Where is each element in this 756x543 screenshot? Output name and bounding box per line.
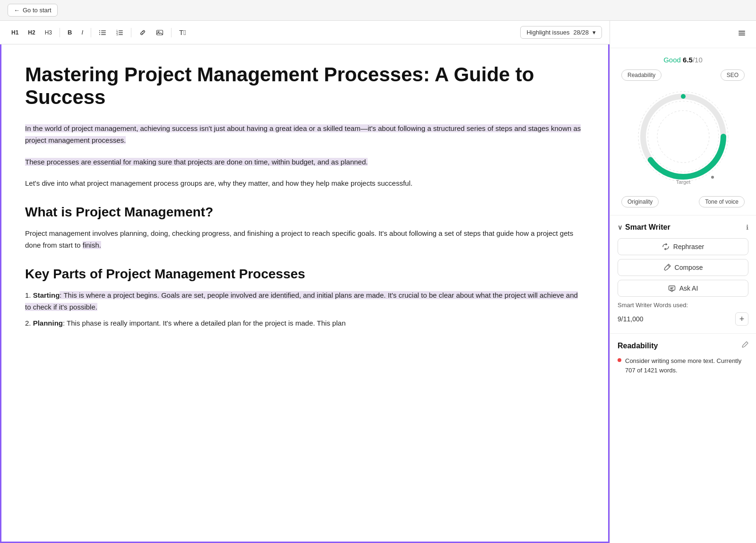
heading-what-is-pm: What is Project Management?	[25, 205, 584, 220]
svg-rect-4	[99, 34, 100, 35]
words-count-value: 9	[618, 315, 621, 323]
divider-2	[91, 28, 91, 37]
toolbar: H1 H2 H3 B I 1. 2	[0, 21, 610, 44]
svg-point-17	[638, 92, 728, 181]
paragraph-2: These processes are essential for making…	[25, 156, 584, 168]
rephraser-label: Rephraser	[673, 243, 704, 250]
add-words-button[interactable]: +	[735, 312, 748, 326]
italic-button[interactable]: I	[77, 26, 87, 38]
h1-button[interactable]: H1	[8, 27, 22, 38]
ordered-list-button[interactable]: 1. 2. 3.	[112, 26, 127, 39]
go-to-start-label: Go to start	[23, 7, 52, 14]
svg-point-22	[681, 94, 686, 99]
svg-rect-2	[99, 32, 100, 33]
svg-rect-3	[101, 32, 106, 33]
document-title: Mastering Project Management Processes: …	[25, 63, 584, 109]
paragraph-3: Let's dive into what project management …	[25, 177, 584, 190]
highlight-label: Highlight issues	[526, 29, 569, 36]
editor-content[interactable]: Mastering Project Management Processes: …	[0, 44, 610, 543]
highlight-span-2: These processes are essential for making…	[25, 158, 368, 166]
image-button[interactable]	[152, 26, 167, 39]
svg-rect-9	[119, 32, 123, 33]
para4-normal: Project management involves planning, do…	[25, 229, 573, 250]
list-item-1-label: Starting	[33, 291, 60, 299]
key-parts-list: 1. Starting: This is where a project beg…	[25, 289, 584, 329]
hamburger-icon	[737, 28, 747, 38]
highlight-count: 28/28	[573, 29, 589, 36]
smart-writer-section: ∨ Smart Writer ℹ Rephraser	[610, 215, 756, 333]
ask-ai-icon	[668, 284, 676, 292]
compose-label: Compose	[675, 264, 703, 271]
svg-rect-11	[119, 34, 123, 35]
originality-badge[interactable]: Originality	[621, 196, 659, 207]
ask-ai-label: Ask AI	[679, 284, 698, 292]
svg-rect-1	[101, 30, 106, 31]
right-sidebar: Good 6.5/10 Readability SEO	[610, 21, 756, 543]
words-count: 9/11,000	[618, 315, 644, 323]
clear-format-button[interactable]: Tͦ	[175, 26, 190, 39]
divider-3	[131, 28, 131, 37]
score-label: Good 6.5/10	[663, 56, 703, 64]
compose-button[interactable]: Compose	[618, 259, 748, 276]
h2-button[interactable]: H2	[24, 27, 39, 38]
list-item-1-text: : This is where a project begins. Goals …	[25, 291, 578, 311]
readability-item-1: Consider writing some more text. Current…	[618, 356, 748, 375]
paragraph-1: In the world of project management, achi…	[25, 122, 584, 147]
arrow-left-icon: ←	[14, 7, 20, 14]
info-icon[interactable]: ℹ	[746, 224, 748, 231]
words-used-row: 9/11,000 +	[618, 312, 748, 326]
svg-rect-16	[739, 34, 745, 35]
list-item-2-text: : This phase is really important. It's w…	[63, 319, 345, 327]
image-icon	[156, 29, 163, 36]
readability-section: Readability Consider writing some more t…	[610, 333, 756, 382]
rephraser-button[interactable]: Rephraser	[618, 238, 748, 255]
h3-button[interactable]: H3	[41, 27, 56, 38]
divider-4	[171, 28, 172, 37]
smart-writer-header: ∨ Smart Writer ℹ	[618, 223, 748, 232]
red-dot-icon	[618, 358, 621, 362]
svg-point-19	[657, 111, 709, 163]
go-to-start-button[interactable]: ← Go to start	[8, 4, 58, 17]
list-item-2: 2. Planning: This phase is really import…	[25, 317, 584, 329]
ask-ai-button[interactable]: Ask AI	[618, 280, 748, 297]
compose-icon	[663, 264, 671, 271]
menu-icon-button[interactable]	[735, 26, 748, 42]
editor-panel: H1 H2 H3 B I 1. 2	[0, 21, 610, 543]
score-good-text: Good	[663, 56, 681, 64]
tone-of-voice-badge[interactable]: Tone of voice	[699, 196, 745, 207]
svg-rect-7	[119, 30, 123, 31]
heading-key-parts: Key Parts of Project Management Processe…	[25, 267, 584, 282]
bottom-badges: Originality Tone of voice	[618, 196, 748, 207]
words-used-label: Smart Writer Words used:	[618, 302, 748, 309]
svg-rect-15	[739, 33, 745, 34]
collapse-icon: ∨	[618, 224, 622, 231]
score-section: Good 6.5/10 Readability SEO	[610, 48, 756, 215]
seo-badge[interactable]: SEO	[721, 69, 745, 81]
words-total: /11,000	[621, 315, 644, 323]
highlight-issues-button[interactable]: Highlight issues 28/28 ▾	[520, 26, 602, 39]
svg-text:Target: Target	[676, 179, 690, 185]
unordered-list-button[interactable]	[95, 26, 110, 39]
svg-text:3.: 3.	[116, 33, 119, 36]
sidebar-header	[610, 21, 756, 48]
score-denom: /10	[693, 56, 703, 64]
main-container: H1 H2 H3 B I 1. 2	[0, 21, 756, 543]
readability-edit-icon[interactable]	[741, 341, 748, 351]
list-item-2-label: Planning	[33, 319, 63, 327]
readability-badge[interactable]: Readability	[621, 69, 662, 81]
paragraph-4: Project management involves planning, do…	[25, 227, 584, 251]
link-icon	[139, 29, 146, 36]
score-value: 6.5	[683, 56, 693, 64]
svg-point-25	[711, 176, 714, 179]
link-button[interactable]	[135, 26, 150, 39]
rephraser-icon	[662, 243, 670, 250]
top-badges: Readability SEO	[618, 69, 748, 81]
divider-1	[60, 28, 60, 37]
ordered-list-icon: 1. 2. 3.	[116, 29, 123, 36]
bold-button[interactable]: B	[64, 26, 76, 38]
readability-item-text: Consider writing some more text. Current…	[625, 356, 748, 375]
readability-title: Readability	[618, 342, 658, 350]
para4-highlight: finish.	[83, 241, 101, 249]
svg-point-13	[158, 31, 159, 33]
svg-rect-5	[101, 34, 106, 35]
